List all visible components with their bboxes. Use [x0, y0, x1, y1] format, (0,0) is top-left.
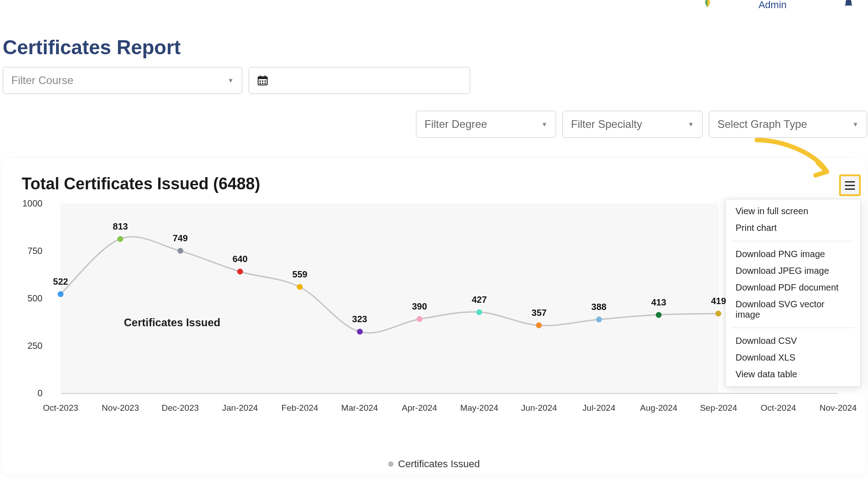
- data-point[interactable]: [656, 312, 662, 318]
- filter-date-input[interactable]: [249, 67, 470, 94]
- data-label: 813: [113, 221, 128, 232]
- svg-rect-8: [262, 83, 264, 84]
- chevron-down-icon: ▼: [541, 121, 547, 128]
- data-point[interactable]: [297, 284, 303, 290]
- data-point[interactable]: [58, 291, 64, 297]
- chevron-down-icon: ▼: [852, 121, 859, 128]
- arrow-annotation-icon: [748, 136, 838, 190]
- data-point[interactable]: [237, 269, 243, 275]
- legend-marker-icon: [388, 461, 394, 467]
- chart-menu-button[interactable]: [839, 174, 861, 196]
- data-point[interactable]: [177, 248, 183, 254]
- chart-legend[interactable]: Certificates Issued: [388, 458, 480, 470]
- bell-icon[interactable]: [843, 0, 854, 10]
- filter-specialty-placeholder: Filter Specialty: [571, 118, 642, 131]
- graph-type-select[interactable]: Select Graph Type ▼: [709, 111, 867, 138]
- admin-link[interactable]: Admin: [759, 0, 787, 11]
- chart-title: Total Certificates Issued (6488): [22, 174, 260, 193]
- chart-plot-area: Certificates Issued 02505007501000Oct-20…: [24, 199, 847, 443]
- data-point[interactable]: [536, 323, 542, 328]
- data-label: 323: [352, 314, 367, 324]
- data-label: 357: [532, 308, 547, 318]
- calendar-icon: [257, 75, 268, 86]
- data-point[interactable]: [716, 311, 722, 317]
- chart-card: Total Certificates Issued (6488) View in…: [3, 158, 865, 474]
- svg-rect-4: [259, 80, 261, 82]
- data-label: 522: [53, 277, 68, 287]
- svg-rect-5: [262, 80, 264, 82]
- data-label: 413: [651, 297, 666, 308]
- filter-degree-select[interactable]: Filter Degree ▼: [416, 111, 556, 138]
- filter-course-placeholder: Filter Course: [11, 74, 73, 87]
- filter-specialty-select[interactable]: Filter Specialty ▼: [562, 111, 703, 138]
- filter-degree-placeholder: Filter Degree: [425, 118, 487, 131]
- data-label: 388: [591, 302, 606, 312]
- data-label: 749: [173, 233, 188, 244]
- data-label: 559: [292, 269, 307, 280]
- svg-rect-7: [259, 83, 261, 84]
- svg-rect-3: [264, 75, 265, 78]
- data-label: 419: [711, 296, 726, 306]
- svg-rect-1: [258, 77, 267, 79]
- logo-leaf-icon: [701, 0, 714, 11]
- data-point[interactable]: [416, 316, 422, 322]
- svg-rect-2: [260, 75, 261, 78]
- filters-row-1: Filter Course ▼: [3, 67, 470, 94]
- filters-row-2: Filter Degree ▼ Filter Specialty ▼ Selec…: [416, 111, 867, 138]
- data-label: 390: [412, 301, 427, 312]
- filter-course-select[interactable]: Filter Course ▼: [3, 67, 242, 94]
- graph-type-placeholder: Select Graph Type: [717, 118, 807, 131]
- page-title: Certificates Report: [3, 36, 181, 59]
- chevron-down-icon: ▼: [688, 121, 694, 128]
- data-point[interactable]: [118, 236, 123, 242]
- data-point[interactable]: [476, 309, 482, 315]
- data-label: 640: [232, 254, 247, 264]
- data-label: 427: [472, 295, 486, 305]
- svg-rect-9: [264, 83, 266, 84]
- chart-line: [24, 199, 847, 443]
- legend-label: Certificates Issued: [398, 458, 480, 470]
- chevron-down-icon: ▼: [227, 77, 234, 84]
- data-point[interactable]: [596, 317, 602, 323]
- data-point[interactable]: [357, 329, 363, 335]
- svg-rect-6: [264, 80, 266, 82]
